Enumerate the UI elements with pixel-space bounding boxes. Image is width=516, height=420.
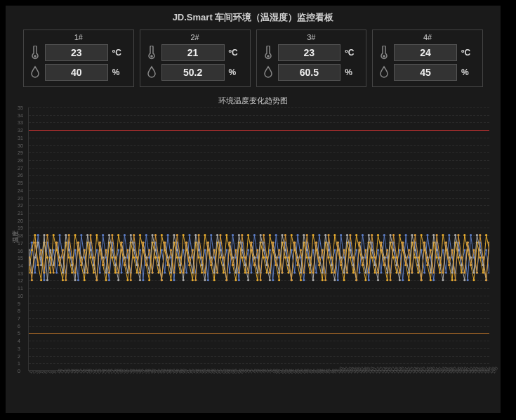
svg-point-449 (476, 234, 478, 236)
svg-point-545 (309, 256, 311, 258)
svg-point-84 (275, 234, 277, 236)
svg-point-530 (263, 234, 265, 236)
svg-point-209 (198, 256, 200, 258)
svg-point-522 (238, 271, 240, 273)
svg-point-483 (117, 271, 119, 273)
svg-point-353 (179, 264, 181, 266)
svg-point-316 (65, 234, 67, 236)
unit-celsius: ºC (345, 48, 360, 58)
svg-point-407 (346, 234, 348, 236)
svg-point-239 (291, 234, 293, 236)
svg-point-378 (256, 271, 258, 273)
svg-point-423 (395, 264, 397, 266)
svg-point-68 (225, 249, 227, 251)
thermometer-icon (378, 45, 390, 60)
svg-point-572 (392, 234, 395, 236)
svg-point-75 (247, 249, 249, 251)
svg-point-286 (436, 256, 438, 258)
svg-point-90 (293, 271, 296, 273)
svg-point-511 (204, 271, 206, 273)
svg-point-417 (377, 279, 379, 281)
svg-point-589 (445, 242, 447, 244)
svg-point-340 (139, 279, 141, 281)
svg-point-298 (472, 279, 475, 281)
svg-point-519 (229, 242, 231, 244)
svg-point-588 (442, 271, 444, 273)
svg-point-9 (43, 279, 45, 281)
unit-percent: % (112, 67, 128, 77)
svg-point-460 (46, 234, 48, 236)
svg-point-162 (53, 234, 55, 236)
svg-point-536 (281, 271, 283, 273)
svg-point-581 (421, 279, 423, 281)
svg-point-274 (399, 234, 401, 236)
svg-point-40 (139, 249, 141, 251)
svg-point-468 (71, 256, 73, 258)
svg-point-466 (65, 279, 67, 281)
svg-point-559 (352, 256, 355, 258)
svg-point-488 (133, 234, 135, 236)
svg-point-473 (86, 271, 88, 273)
svg-point-510 (201, 256, 203, 258)
svg-point-552 (331, 256, 333, 258)
svg-point-436 (436, 249, 438, 251)
svg-point-350 (170, 271, 172, 273)
svg-point-485 (124, 264, 126, 266)
svg-point-532 (269, 271, 271, 273)
droplet-icon (29, 65, 41, 80)
svg-point-521 (234, 249, 237, 251)
svg-point-492 (145, 264, 147, 266)
svg-point-30 (108, 279, 110, 281)
svg-point-133 (426, 234, 428, 236)
svg-point-110 (355, 249, 357, 251)
svg-point-310 (46, 279, 48, 281)
svg-point-495 (154, 234, 157, 236)
svg-point-27 (99, 271, 101, 273)
svg-point-125 (402, 279, 404, 281)
svg-point-168 (71, 271, 73, 273)
svg-point-34 (120, 271, 122, 273)
svg-point-3 (383, 55, 385, 58)
x-axis-ticks: 1234567891011121314151617181920212223242… (28, 371, 489, 392)
svg-point-366 (219, 249, 221, 251)
svg-point-155 (31, 249, 33, 251)
svg-point-13 (55, 271, 58, 273)
svg-point-361 (204, 279, 206, 281)
svg-point-512 (207, 242, 209, 244)
svg-point-448 (472, 271, 475, 273)
svg-point-98 (318, 234, 320, 236)
svg-point-200 (170, 279, 172, 281)
svg-point-393 (303, 234, 305, 236)
svg-point-105 (340, 234, 342, 236)
svg-point-578 (411, 271, 413, 273)
svg-point-565 (371, 234, 373, 236)
kpi-card-3: 3# 23 ºC 60.5 % (256, 29, 367, 87)
kpi-card-label: 4# (378, 33, 477, 41)
kpi-cards: 1# 23 ºC 40 % 2# 21 ºC 50.2 % (6, 29, 501, 93)
svg-point-324 (89, 249, 91, 251)
svg-point-365 (216, 234, 218, 236)
svg-point-41 (142, 279, 144, 281)
unit-celsius: ºC (112, 48, 128, 58)
svg-point-406 (343, 271, 345, 273)
svg-point-597 (470, 264, 472, 266)
svg-point-337 (130, 234, 132, 236)
svg-point-277 (408, 279, 410, 281)
svg-point-183 (117, 234, 119, 236)
svg-point-291 (451, 279, 454, 281)
svg-point-541 (296, 264, 298, 266)
kpi-row-temp: 21 ºC (146, 44, 244, 61)
svg-point-224 (244, 271, 246, 273)
svg-point-520 (232, 264, 234, 266)
svg-point-415 (371, 249, 373, 251)
svg-point-221 (234, 279, 237, 281)
svg-point-2 (267, 55, 270, 58)
svg-point-502 (176, 234, 178, 236)
dashboard: JD.Smart 车间环境（温湿度）监控看板 1# 23 ºC 40 % 2# … (6, 6, 501, 413)
svg-point-131 (421, 249, 423, 251)
svg-point-593 (457, 234, 459, 236)
svg-point-288 (442, 234, 444, 236)
svg-point-235 (278, 279, 280, 281)
svg-point-585 (432, 271, 435, 273)
svg-point-577 (408, 249, 410, 251)
